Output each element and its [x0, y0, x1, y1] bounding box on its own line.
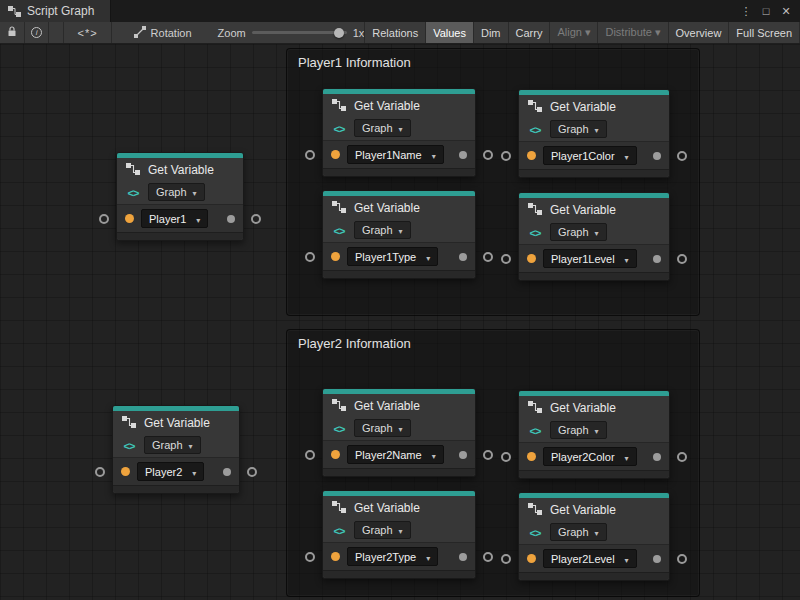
variable-input-port[interactable] — [331, 450, 340, 459]
variable-name-dropdown[interactable]: Player2Level — [543, 549, 637, 568]
graph-canvas[interactable]: Player1 Information Player2 Information … — [0, 44, 800, 600]
graph-scope-label: Graph — [362, 224, 393, 236]
code-toggle-button[interactable]: <*> — [63, 22, 111, 43]
variable-name-dropdown[interactable]: Player2Type — [347, 547, 438, 566]
node-footer — [519, 169, 669, 177]
toolbar-button-full-screen[interactable]: Full Screen — [728, 22, 800, 43]
node-footer — [323, 468, 475, 476]
input-connection-port[interactable] — [99, 214, 109, 224]
input-connection-port[interactable] — [305, 552, 315, 562]
output-connection-port[interactable] — [483, 252, 493, 262]
input-connection-port[interactable] — [305, 150, 315, 160]
graph-scope-dropdown[interactable]: Graph — [144, 436, 201, 454]
output-connection-port[interactable] — [677, 254, 687, 264]
variable-name-dropdown[interactable]: Player1Name — [347, 145, 444, 164]
toolbar-button-relations[interactable]: Relations — [364, 22, 425, 43]
value-output-dot[interactable] — [653, 555, 661, 563]
value-output-dot[interactable] — [653, 453, 661, 461]
variable-input-port[interactable] — [527, 254, 536, 263]
toolbar-button-carry[interactable]: Carry — [508, 22, 550, 43]
close-button[interactable]: ✕ — [776, 0, 796, 22]
zoom-slider[interactable] — [252, 22, 347, 43]
window-tab[interactable]: Script Graph — [0, 0, 111, 22]
input-connection-port[interactable] — [501, 452, 511, 462]
output-connection-port[interactable] — [677, 452, 687, 462]
value-output-dot[interactable] — [459, 553, 467, 561]
graph-scope-dropdown[interactable]: Graph — [354, 521, 411, 539]
variable-name-label: Player2Level — [551, 553, 615, 565]
variable-name-dropdown[interactable]: Player1Type — [347, 247, 438, 266]
variable-name-dropdown[interactable]: Player2Name — [347, 445, 444, 464]
zoom-handle[interactable] — [334, 28, 344, 38]
variable-name-dropdown[interactable]: Player1Level — [543, 249, 637, 268]
value-output-dot[interactable] — [653, 255, 661, 263]
toolbar-button-distribute[interactable]: Distribute ▾ — [597, 22, 667, 43]
info-button[interactable] — [25, 22, 50, 43]
graph-scope-label: Graph — [362, 422, 393, 434]
toolbar-button-overview[interactable]: Overview — [668, 22, 729, 43]
output-connection-port[interactable] — [677, 151, 687, 161]
graph-scope-dropdown[interactable]: Graph — [550, 523, 607, 541]
graph-scope-dropdown[interactable]: Graph — [354, 119, 411, 137]
input-connection-port[interactable] — [95, 467, 105, 477]
rotation-control[interactable]: Rotation — [134, 22, 192, 43]
value-output-dot[interactable] — [459, 151, 467, 159]
variable-name-dropdown[interactable]: Player2 — [137, 462, 204, 481]
output-connection-port[interactable] — [483, 450, 493, 460]
graph-scope-dropdown[interactable]: Graph — [550, 120, 607, 138]
output-connection-port[interactable] — [247, 467, 257, 477]
dropdown-caret-icon — [399, 422, 403, 434]
value-output-dot[interactable] — [223, 468, 231, 476]
output-connection-port[interactable] — [483, 552, 493, 562]
get-variable-node[interactable]: Get Variable Graph Player1Level — [518, 192, 670, 281]
lock-button[interactable] — [0, 22, 25, 43]
variable-input-port[interactable] — [527, 452, 536, 461]
graph-scope-dropdown[interactable]: Graph — [148, 183, 205, 201]
value-output-dot[interactable] — [459, 253, 467, 261]
variable-input-port[interactable] — [121, 467, 130, 476]
node-title: Get Variable — [354, 98, 469, 114]
get-variable-node[interactable]: Get Variable Graph Player1Name — [322, 88, 476, 177]
variable-name-dropdown[interactable]: Player1 — [141, 209, 208, 228]
toolbar-button-dim[interactable]: Dim — [473, 22, 508, 43]
get-variable-node[interactable]: Get Variable Graph Player2Name — [322, 388, 476, 477]
graph-scope-dropdown[interactable]: Graph — [550, 223, 607, 241]
input-connection-port[interactable] — [501, 554, 511, 564]
graph-scope-icon — [530, 124, 541, 136]
graph-scope-dropdown[interactable]: Graph — [354, 419, 411, 437]
toolbar-button-align[interactable]: Align ▾ — [549, 22, 597, 43]
variable-input-port[interactable] — [125, 214, 134, 223]
input-connection-port[interactable] — [501, 254, 511, 264]
get-variable-node[interactable]: Get Variable Graph Player2Level — [518, 492, 670, 581]
input-connection-port[interactable] — [305, 450, 315, 460]
get-variable-node[interactable]: Get Variable Graph Player2Type — [322, 490, 476, 579]
value-output-dot[interactable] — [227, 215, 235, 223]
get-variable-node[interactable]: Get Variable Graph Player1Color — [518, 89, 670, 178]
graph-scope-dropdown[interactable]: Graph — [550, 421, 607, 439]
get-variable-node[interactable]: Get Variable Graph Player2Color — [518, 390, 670, 479]
value-output-dot[interactable] — [653, 152, 661, 160]
variable-name-label: Player1 — [149, 213, 186, 225]
get-variable-node[interactable]: Get Variable Graph Player2 — [112, 405, 240, 494]
get-variable-node[interactable]: Get Variable Graph Player1 — [116, 152, 244, 241]
window-menu-button[interactable]: ⋮ — [736, 0, 756, 22]
maximize-button[interactable]: □ — [756, 0, 776, 22]
variable-name-dropdown[interactable]: Player2Color — [543, 447, 637, 466]
input-connection-port[interactable] — [501, 151, 511, 161]
node-footer — [323, 570, 475, 578]
input-connection-port[interactable] — [305, 252, 315, 262]
graph-scope-dropdown[interactable]: Graph — [354, 221, 411, 239]
variable-input-port[interactable] — [331, 252, 340, 261]
toolbar-button-values[interactable]: Values — [425, 22, 473, 43]
variable-input-port[interactable] — [331, 552, 340, 561]
variable-input-port[interactable] — [331, 150, 340, 159]
variable-name-label: Player2 — [145, 466, 182, 478]
output-connection-port[interactable] — [251, 214, 261, 224]
variable-input-port[interactable] — [527, 554, 536, 563]
output-connection-port[interactable] — [677, 554, 687, 564]
value-output-dot[interactable] — [459, 451, 467, 459]
output-connection-port[interactable] — [483, 150, 493, 160]
variable-name-dropdown[interactable]: Player1Color — [543, 146, 637, 165]
get-variable-node[interactable]: Get Variable Graph Player1Type — [322, 190, 476, 279]
variable-input-port[interactable] — [527, 151, 536, 160]
